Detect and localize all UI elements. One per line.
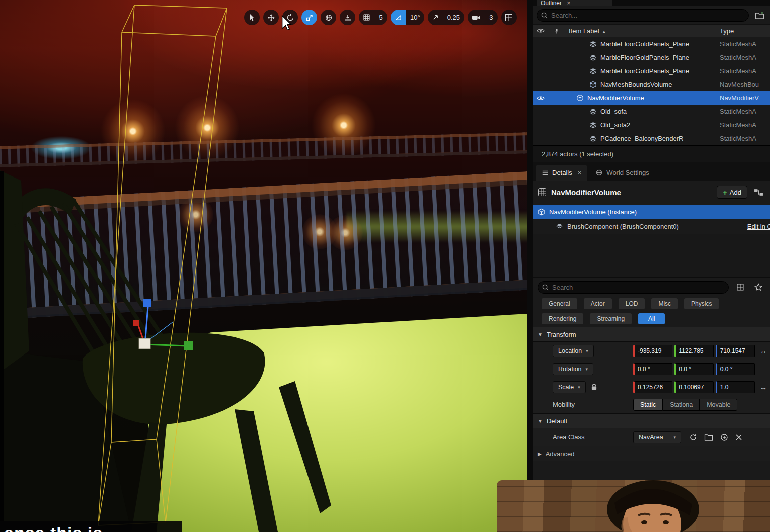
close-icon[interactable]: × <box>567 0 571 6</box>
viewport-scrollbar[interactable] <box>527 0 533 532</box>
filter-all[interactable]: All <box>638 313 665 324</box>
lock-icon[interactable] <box>591 383 597 391</box>
grid-snap-control[interactable]: 5 <box>359 10 387 25</box>
table-row[interactable]: MarbleFloorGoldPanels_Plane StaticMeshA <box>533 64 770 78</box>
filter-streaming[interactable]: Streaming <box>590 313 632 324</box>
clear-icon[interactable] <box>735 434 742 441</box>
advanced-section-header[interactable]: ▶ Advanced <box>533 446 770 461</box>
table-row[interactable]: NavMeshBoundsVolume NavMeshBou <box>533 78 770 91</box>
mobility-movable-button[interactable]: Movable <box>700 399 737 411</box>
type-column[interactable]: Type <box>720 27 734 35</box>
scale-snap-control[interactable]: 0.25 <box>428 10 464 25</box>
world-space-toggle-button[interactable] <box>321 10 336 25</box>
angle-snap-control[interactable]: 10° <box>391 10 424 25</box>
filter-misc[interactable]: Misc <box>651 298 678 309</box>
tab-outliner[interactable]: Outliner × <box>537 0 612 6</box>
details-header: NavModifierVolume + Add <box>533 181 770 204</box>
selected-actor-title: NavModifierVolume <box>551 188 712 197</box>
scale-x-field[interactable]: 0.125726 <box>633 381 672 393</box>
table-row[interactable]: MarbleFloorGoldPanels_Plane StaticMeshA <box>533 37 770 51</box>
tab-details[interactable]: Details × <box>536 165 587 181</box>
close-icon[interactable]: × <box>578 169 582 176</box>
viewport-layout-button[interactable] <box>501 10 517 25</box>
scale-tool-icon <box>305 14 314 22</box>
scale-z-field[interactable]: 1.0 <box>716 381 755 393</box>
area-class-dropdown[interactable]: NavArea ▾ <box>633 431 681 443</box>
camera-speed-control[interactable]: 3 <box>468 10 498 25</box>
outliner-tabbar: Outliner × <box>533 0 770 6</box>
location-dropdown[interactable]: Location ▾ <box>553 345 594 357</box>
filter-rendering[interactable]: Rendering <box>542 313 583 324</box>
viewport-3d[interactable]: 5 10° 0.25 3 ense this is <box>0 0 527 532</box>
table-row[interactable]: MarbleFloorGoldPanels_Plane StaticMeshA <box>533 51 770 64</box>
table-row[interactable]: Old_sofa2 StaticMeshA <box>533 118 770 132</box>
table-row[interactable]: PCadence_BalconyBenderR StaticMeshA <box>533 132 770 145</box>
instance-row[interactable]: NavModifierVolume (Instance) <box>533 205 770 219</box>
gizmo-y-handle[interactable] <box>184 341 193 350</box>
gizmo-z-handle[interactable] <box>143 299 151 307</box>
filter-lod[interactable]: LOD <box>619 298 645 309</box>
select-tool-button[interactable] <box>244 10 260 25</box>
node-graph-icon <box>754 189 763 196</box>
camera-speed-value[interactable]: 3 <box>485 10 498 25</box>
outliner-add-button[interactable] <box>753 9 766 21</box>
filter-physics[interactable]: Physics <box>684 298 719 309</box>
surface-snap-button[interactable] <box>340 10 355 25</box>
edit-in-cpp-link[interactable]: Edit in C <box>747 223 770 230</box>
scale-tool-button[interactable] <box>301 10 317 25</box>
table-row[interactable]: Old_sofa StaticMeshA <box>533 105 770 118</box>
component-row[interactable]: BrushComponent (BrushComponent0) Edit in… <box>533 219 770 234</box>
browse-asset-icon[interactable] <box>704 433 713 441</box>
default-section-label: Default <box>547 417 567 425</box>
location-z-field[interactable]: 710.1547 <box>716 345 755 357</box>
tab-world-settings[interactable]: World Settings <box>589 165 655 181</box>
display-settings-button[interactable] <box>734 281 747 293</box>
default-section-header[interactable]: ▼ Default <box>533 413 770 428</box>
star-icon <box>754 283 762 291</box>
favorites-button[interactable] <box>752 281 765 293</box>
item-label-column[interactable]: Item Label▲ <box>569 27 606 35</box>
mobility-stationary-button[interactable]: Stationa <box>663 399 700 411</box>
reset-location-icon[interactable]: ↔ <box>760 347 767 355</box>
scale-snap-value[interactable]: 0.25 <box>443 10 464 25</box>
angle-snap-value[interactable]: 10° <box>406 10 424 25</box>
scale-dropdown[interactable]: Scale ▾ <box>553 381 586 393</box>
rotation-y-field[interactable]: 0.0 ° <box>674 363 713 375</box>
blueprint-button[interactable] <box>752 186 765 198</box>
area-class-label: Area Class <box>553 433 585 441</box>
filter-actor[interactable]: Actor <box>584 298 612 309</box>
outliner-search-input[interactable] <box>537 9 749 22</box>
mobility-label: Mobility <box>553 401 575 408</box>
actor-count-text: 2,874 actors (1 selected) <box>542 150 613 158</box>
search-icon <box>542 284 549 291</box>
use-selected-icon[interactable] <box>689 433 697 441</box>
rotation-x-field[interactable]: 0.0 ° <box>633 363 672 375</box>
outliner-column-header[interactable]: Item Label▲ Type <box>533 24 770 37</box>
gizmo-x-handle[interactable] <box>133 320 139 326</box>
transform-section-header[interactable]: ▼ Transform <box>533 327 770 342</box>
gizmo-center-handle[interactable] <box>139 338 150 349</box>
filter-general[interactable]: General <box>542 298 577 309</box>
mouse-cursor <box>281 15 293 32</box>
advanced-section-label: Advanced <box>546 450 575 458</box>
rotation-dropdown[interactable]: Rotation ▾ <box>553 363 593 375</box>
table-row-selected[interactable]: NavModifierVolume NavModifierV <box>533 91 770 105</box>
eye-icon[interactable] <box>537 95 550 101</box>
circle-plus-icon[interactable] <box>720 433 728 441</box>
rotation-z-field[interactable]: 0.0 ° <box>716 363 755 375</box>
eye-icon[interactable] <box>537 28 545 34</box>
scale-y-field[interactable]: 0.100697 <box>674 381 713 393</box>
pin-icon[interactable] <box>554 27 560 35</box>
static-mesh-icon <box>589 108 600 115</box>
grid-snap-value[interactable]: 5 <box>374 10 387 25</box>
details-search-input[interactable] <box>538 281 729 294</box>
chevron-down-icon: ▾ <box>673 435 676 440</box>
reset-scale-icon[interactable]: ↔ <box>760 383 767 391</box>
eye <box>641 520 647 524</box>
chevron-down-icon: ▼ <box>538 418 543 424</box>
move-tool-button[interactable] <box>263 10 279 25</box>
add-component-button[interactable]: + Add <box>717 186 747 199</box>
location-y-field[interactable]: 1122.785 <box>674 345 713 357</box>
mobility-static-button[interactable]: Static <box>633 399 663 411</box>
location-x-field[interactable]: -935.319 <box>633 345 672 357</box>
